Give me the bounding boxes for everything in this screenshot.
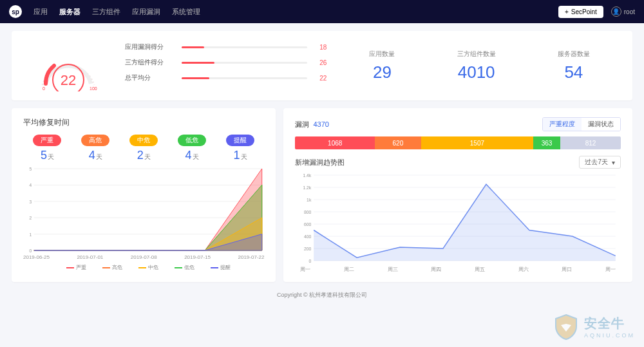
days-unit: 天 — [241, 153, 247, 160]
summary-card: 22 0 100 应用漏洞得分 18 三方组件得分 26 总平均分 — [12, 31, 632, 100]
svg-text:200: 200 — [304, 247, 311, 251]
vuln-card: 漏洞 4370 严重程度 漏洞状态 10686201507363812 新增漏洞… — [283, 108, 632, 282]
nav-server[interactable]: 服务器 — [59, 7, 80, 17]
pill-label: 严重 — [33, 135, 61, 146]
score-bars: 应用漏洞得分 18 三方组件得分 26 总平均分 22 — [113, 42, 338, 89]
toggle-status[interactable]: 漏洞状态 — [582, 118, 620, 131]
vuln-total: 4370 — [313, 120, 328, 128]
gauge-max: 100 — [90, 86, 97, 91]
user-name: root — [624, 8, 635, 15]
svg-text:0: 0 — [29, 249, 32, 253]
score-bar-app-vuln: 应用漏洞得分 18 — [125, 42, 327, 52]
days-value: 4 — [185, 149, 192, 162]
count-label: 服务器数量 — [558, 50, 590, 59]
nav-app[interactable]: 应用 — [33, 7, 48, 17]
repair-badges: 严重 5天 高危 4天 中危 2天 低危 4天 提醒 1天 — [23, 135, 264, 162]
trend-x-axis: 周一周二周三周四周五周六周日周一 — [295, 266, 621, 273]
severity-bar: 10686201507363812 — [295, 136, 621, 149]
seg-1507[interactable]: 1507 — [421, 136, 533, 149]
days-value: 5 — [41, 149, 47, 162]
topbar: sp 应用 服务器 三方组件 应用漏洞 系统管理 + SecPoint 👤 ro… — [0, 0, 644, 23]
repair-critical: 严重 5天 — [23, 135, 71, 162]
score-bar-label: 总平均分 — [125, 73, 176, 82]
secpoint-label: SecPoint — [571, 8, 597, 15]
gauge: 22 0 100 — [23, 40, 113, 91]
repair-medium: 中危 2天 — [120, 135, 168, 162]
seg-620[interactable]: 620 — [375, 136, 421, 149]
watermark-domain: AQNIU.COM — [584, 332, 635, 339]
nav-app-vuln[interactable]: 应用漏洞 — [132, 7, 160, 17]
count-value: 29 — [369, 62, 395, 82]
days-unit: 天 — [96, 153, 102, 160]
svg-text:1: 1 — [29, 232, 32, 236]
count-label: 应用数量 — [369, 50, 395, 59]
svg-text:1.2k: 1.2k — [303, 185, 312, 190]
days-value: 2 — [137, 149, 144, 162]
score-bar-third-party: 三方组件得分 26 — [125, 58, 327, 67]
svg-text:600: 600 — [304, 222, 311, 227]
repair-notice: 提醒 1天 — [216, 135, 265, 162]
vuln-toggle: 严重程度 漏洞状态 — [542, 117, 621, 131]
plus-icon: + — [565, 8, 569, 15]
footer: Copyright © 杭州孝道科技有限公司 — [12, 291, 632, 299]
count-label: 三方组件数量 — [457, 50, 496, 59]
seg-812[interactable]: 812 — [560, 136, 621, 149]
score-bar-value: 22 — [312, 75, 327, 82]
count-apps: 应用数量 29 — [369, 50, 395, 82]
range-select[interactable]: 过去7天 ▾ — [579, 156, 621, 169]
seg-363[interactable]: 363 — [533, 136, 560, 149]
svg-text:4: 4 — [29, 183, 32, 187]
pill-label: 提醒 — [226, 135, 254, 146]
secpoint-button[interactable]: + SecPoint — [558, 6, 603, 18]
days-value: 1 — [234, 149, 240, 162]
score-bar-value: 18 — [312, 44, 327, 51]
repair-high: 高危 4天 — [71, 135, 120, 162]
count-third-party: 三方组件数量 4010 — [457, 50, 496, 82]
range-label: 过去7天 — [585, 158, 608, 167]
score-bar-avg: 总平均分 22 — [125, 73, 327, 82]
count-value: 54 — [558, 62, 590, 82]
vuln-header: 漏洞 4370 严重程度 漏洞状态 — [295, 117, 621, 131]
svg-text:1.4k: 1.4k — [303, 173, 312, 178]
svg-text:800: 800 — [304, 210, 311, 214]
trend-header: 新增漏洞趋势图 过去7天 ▾ — [295, 156, 621, 169]
watermark: 安全牛 AQNIU.COM — [552, 312, 635, 341]
nav: 应用 服务器 三方组件 应用漏洞 系统管理 — [33, 7, 200, 17]
vuln-title: 漏洞 — [295, 120, 309, 129]
toggle-severity[interactable]: 严重程度 — [543, 118, 582, 131]
chevron-down-icon: ▾ — [612, 159, 615, 166]
repair-legend: 严重高危中危低危提醒 — [23, 264, 264, 271]
svg-text:0: 0 — [309, 259, 312, 263]
count-servers: 服务器数量 54 — [558, 50, 590, 82]
repair-area-chart: 012345 — [23, 166, 264, 253]
svg-text:2: 2 — [29, 216, 32, 220]
watermark-brand: 安全牛 — [584, 316, 625, 330]
trend-line-chart: 02004006008001k1.2k1.4k — [295, 171, 621, 265]
repair-time-card: 平均修复时间 严重 5天 高危 4天 中危 2天 低危 4天 — [12, 108, 276, 282]
topbar-right: + SecPoint 👤 root — [558, 6, 635, 18]
pill-label: 低危 — [178, 135, 206, 146]
pill-label: 高危 — [81, 135, 109, 146]
svg-text:400: 400 — [304, 234, 311, 239]
counts: 应用数量 29 三方组件数量 4010 服务器数量 54 — [338, 50, 621, 82]
svg-text:3: 3 — [29, 200, 32, 204]
user-icon: 👤 — [611, 6, 621, 17]
nav-third-party[interactable]: 三方组件 — [92, 7, 120, 17]
repair-x-axis: 2019-06-252019-07-012019-07-082019-07-15… — [23, 254, 264, 260]
days-unit: 天 — [48, 153, 54, 160]
user-menu[interactable]: 👤 root — [611, 6, 635, 17]
trend-title: 新增漏洞趋势图 — [295, 158, 345, 167]
gauge-min: 0 — [43, 86, 45, 91]
shield-icon — [552, 312, 580, 341]
days-unit: 天 — [193, 153, 199, 160]
score-bar-label: 应用漏洞得分 — [125, 42, 176, 52]
days-unit: 天 — [144, 153, 151, 160]
count-value: 4010 — [457, 62, 496, 82]
nav-system[interactable]: 系统管理 — [172, 7, 200, 17]
score-bar-label: 三方组件得分 — [125, 58, 176, 67]
repair-title: 平均修复时间 — [23, 117, 264, 128]
svg-text:5: 5 — [29, 167, 32, 171]
seg-1068[interactable]: 1068 — [295, 136, 375, 149]
days-value: 4 — [89, 149, 95, 162]
svg-text:1k: 1k — [307, 198, 312, 202]
